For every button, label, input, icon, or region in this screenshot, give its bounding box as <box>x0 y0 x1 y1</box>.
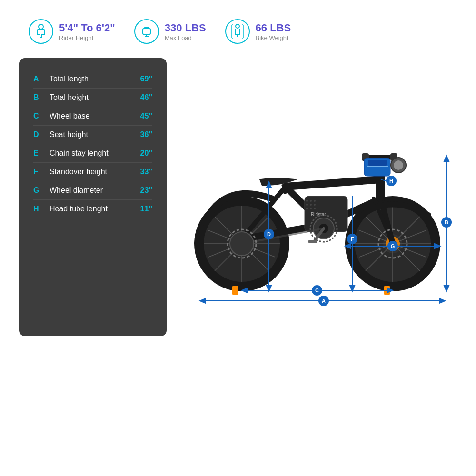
dim-name-d: Seat height <box>50 130 134 139</box>
svg-point-69 <box>230 232 254 256</box>
svg-text:A: A <box>322 298 326 304</box>
dim-letter-e: E <box>33 149 43 158</box>
svg-text:C: C <box>315 288 319 293</box>
bike-weight-value: 66 LBS <box>256 22 291 34</box>
rider-height-value: 5'4" To 6'2" <box>59 22 115 34</box>
dim-row-d: D Seat height 36" <box>33 126 152 144</box>
svg-rect-1 <box>143 29 150 34</box>
svg-point-53 <box>310 204 312 206</box>
dim-value-a: 69" <box>140 75 152 83</box>
svg-line-46 <box>283 184 286 194</box>
page-container: 5'4" To 6'2" Rider Height 330 LBS Max Lo… <box>0 0 476 476</box>
svg-text:H: H <box>389 178 393 184</box>
rider-height-spec: 5'4" To 6'2" Rider Height <box>29 19 115 44</box>
dim-letter-h: H <box>33 205 43 213</box>
dim-name-h: Head tube lenght <box>50 205 134 213</box>
rider-height-label: Rider Height <box>59 34 115 41</box>
dim-value-f: 33" <box>140 168 152 176</box>
dim-letter-a: A <box>33 75 43 83</box>
dim-letter-c: C <box>33 112 43 120</box>
weight-icon <box>225 19 250 44</box>
svg-rect-68 <box>308 240 317 243</box>
dim-row-g: G Wheel diameter 23" <box>33 181 152 200</box>
dim-value-g: 23" <box>140 186 152 195</box>
dim-row-f: F Standover height 33" <box>33 163 152 181</box>
dim-name-g: Wheel diameter <box>50 186 134 195</box>
svg-point-5 <box>236 24 239 28</box>
dim-name-f: Standover height <box>50 168 134 176</box>
bike-svg: Ridstar <box>176 58 457 334</box>
svg-point-57 <box>314 208 316 209</box>
dim-value-e: 20" <box>140 149 152 158</box>
bike-weight-label: Bike Weight <box>256 34 291 41</box>
dim-name-e: Chain stay lenght <box>50 149 134 158</box>
svg-point-0 <box>39 24 43 29</box>
dim-row-b: B Total height 46" <box>33 89 152 107</box>
bike-weight-text: 66 LBS Bike Weight <box>256 22 291 41</box>
svg-marker-86 <box>444 286 449 291</box>
load-icon <box>134 19 159 44</box>
dim-name-a: Total length <box>50 75 134 83</box>
dim-value-c: 45" <box>140 112 152 120</box>
svg-marker-85 <box>444 156 449 161</box>
dim-name-c: Wheel base <box>50 112 134 120</box>
rider-icon <box>29 19 53 44</box>
svg-marker-76 <box>439 298 445 303</box>
svg-point-50 <box>310 200 312 202</box>
max-load-label: Max Load <box>165 34 206 41</box>
main-content: A Total length 69" B Total height 46" C … <box>19 58 457 336</box>
svg-point-49 <box>306 200 308 202</box>
rider-height-text: 5'4" To 6'2" Rider Height <box>59 22 115 41</box>
dim-row-e: E Chain stay lenght 20" <box>33 144 152 163</box>
svg-rect-70 <box>232 286 238 295</box>
svg-point-54 <box>314 204 316 206</box>
svg-point-52 <box>306 204 308 206</box>
dim-row-a: A Total length 69" <box>33 70 152 89</box>
svg-point-62 <box>394 160 403 170</box>
svg-point-56 <box>310 208 312 209</box>
dim-letter-g: G <box>33 186 43 195</box>
dim-value-b: 46" <box>140 93 152 102</box>
svg-point-51 <box>314 200 316 202</box>
dim-value-h: 11" <box>140 205 152 213</box>
dim-letter-d: D <box>33 130 43 139</box>
svg-rect-60 <box>368 160 387 166</box>
dim-row-h: H Head tube lenght 11" <box>33 200 152 218</box>
svg-text:G: G <box>391 243 395 249</box>
svg-marker-75 <box>200 298 206 303</box>
svg-line-37 <box>286 179 381 187</box>
dim-letter-b: B <box>33 93 43 102</box>
svg-text:D: D <box>267 231 271 237</box>
specs-bar: 5'4" To 6'2" Rider Height 330 LBS Max Lo… <box>19 19 457 44</box>
dim-name-b: Total height <box>50 93 134 102</box>
dim-letter-f: F <box>33 168 43 176</box>
dim-row-c: C Wheel base 45" <box>33 107 152 126</box>
dimensions-table: A Total length 69" B Total height 46" C … <box>19 58 167 336</box>
dim-value-d: 36" <box>140 130 152 139</box>
max-load-text: 330 LBS Max Load <box>165 22 206 41</box>
svg-point-55 <box>306 208 308 209</box>
max-load-value: 330 LBS <box>165 22 206 34</box>
svg-text:F: F <box>351 236 354 242</box>
max-load-spec: 330 LBS Max Load <box>134 19 206 44</box>
bike-diagram: Ridstar <box>176 58 457 336</box>
bike-weight-spec: 66 LBS Bike Weight <box>225 19 291 44</box>
svg-text:B: B <box>445 219 448 225</box>
